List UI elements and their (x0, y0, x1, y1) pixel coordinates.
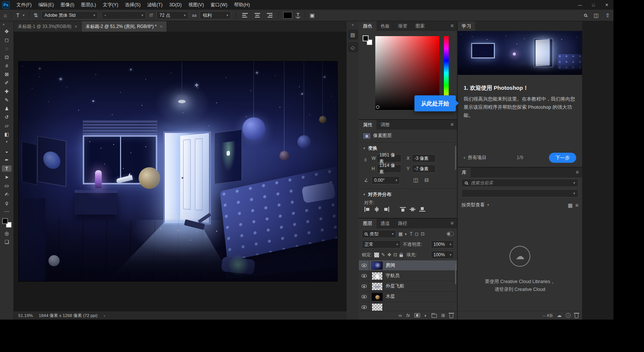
layer-thumbnail[interactable] (372, 261, 383, 270)
library-search-box[interactable]: ▾ (461, 179, 578, 187)
status-chevron-icon[interactable]: › (104, 313, 105, 318)
menu-3d[interactable]: 3D(D) (166, 0, 185, 10)
filter-pixel-icon[interactable]: ▦ (398, 231, 402, 237)
layer-row-astronaut[interactable]: 宇航员 (359, 271, 457, 281)
align-bottom-button[interactable] (418, 206, 427, 213)
menu-view[interactable]: 视图(V) (185, 0, 207, 10)
align-center-h-button[interactable] (372, 206, 381, 213)
crop-tool[interactable]: # (2, 63, 12, 69)
layer-name[interactable]: 宇航员 (386, 273, 400, 279)
visibility-cell[interactable] (359, 260, 369, 270)
chevron-down-icon[interactable]: ▾ (487, 203, 489, 207)
object-selection-tool[interactable]: ⊡ (2, 54, 12, 60)
document-tab-1[interactable]: 未标题-1 @ 33.3%(RGB/8) × (14, 21, 82, 32)
collapse-toolbar-icon[interactable]: » (0, 21, 13, 26)
visibility-cell[interactable] (359, 281, 369, 291)
menu-filter[interactable]: 滤镜(T) (144, 0, 166, 10)
close-tab-icon[interactable]: × (75, 24, 77, 29)
tab-channels[interactable]: 通道 (376, 219, 394, 228)
info-icon[interactable] (566, 313, 571, 318)
close-tab-icon[interactable]: × (160, 24, 162, 29)
x-field[interactable]: -3 像素 (412, 154, 436, 162)
layer-row-alien-ship[interactable]: 外星飞船 (359, 281, 457, 292)
expand-panels-icon[interactable]: « (347, 21, 359, 27)
lock-position-icon[interactable]: ✥ (387, 252, 391, 257)
eye-icon[interactable] (362, 274, 367, 278)
width-field[interactable]: 1851 像素 (377, 154, 401, 162)
tab-paths[interactable]: 路径 (394, 219, 411, 228)
color-fg-bg-swatches[interactable] (363, 35, 372, 45)
library-select[interactable]: ▾ (461, 189, 578, 197)
menu-file[interactable]: 文件(F) (13, 0, 35, 10)
chevron-down-icon[interactable]: ▾ (573, 181, 575, 185)
quick-mask-icon[interactable]: ◎ (2, 230, 12, 237)
foreground-color-swatch[interactable] (363, 35, 369, 41)
pen-tool[interactable]: ✒ (2, 157, 12, 163)
library-search-input[interactable] (471, 180, 570, 185)
view-by-label[interactable]: 按类型查看 (461, 202, 485, 208)
align-text-center-button[interactable] (253, 12, 262, 19)
clone-stamp-tool[interactable]: ♟ (2, 105, 12, 112)
link-dimensions-icon[interactable]: ∞ (363, 158, 369, 162)
canvas-image[interactable]: ✦ ✦ ✦ ✦ ✦ ✦ ✦ ✦ (19, 61, 337, 281)
zoom-tool[interactable]: ϙ (2, 200, 12, 206)
warp-text-icon[interactable]: T (296, 12, 300, 18)
sync-cloud-icon[interactable]: ☁ (557, 313, 562, 318)
y-field[interactable]: -7 像素 (412, 165, 436, 173)
text-color-swatch[interactable] (283, 12, 292, 19)
new-layer-icon[interactable]: ⊞ (441, 313, 445, 318)
font-size-select[interactable]: 72 点 ▾ (157, 11, 189, 19)
add-mask-icon[interactable] (414, 313, 420, 317)
align-center-v-button[interactable] (408, 206, 417, 213)
menu-edit[interactable]: 编辑(E) (35, 0, 57, 10)
filter-toggle[interactable] (446, 232, 454, 236)
font-style-select[interactable]: - ▾ (101, 11, 146, 19)
anti-alias-select[interactable]: 锐利 ▾ (200, 11, 231, 19)
layer-thumbnail[interactable] (372, 282, 383, 291)
text-orientation-icon[interactable]: ⇅ (34, 13, 38, 18)
healing-brush-tool[interactable]: ✚ (2, 88, 12, 95)
align-left-button[interactable] (363, 206, 372, 213)
menu-layer[interactable]: 图层(L) (78, 0, 99, 10)
panel-menu-icon[interactable]: ≡ (572, 168, 582, 177)
move-tool[interactable]: ✥ (2, 28, 12, 35)
lock-all-icon[interactable] (400, 254, 403, 257)
screen-mode-icon[interactable]: ❏ (2, 239, 12, 245)
link-layers-icon[interactable]: ∞ (399, 313, 402, 318)
zoom-level[interactable]: 51.19% (18, 313, 33, 318)
layer-row-room[interactable]: 房间 (359, 260, 457, 271)
align-text-right-button[interactable] (265, 12, 274, 19)
blur-tool[interactable]: ❜ (2, 140, 12, 146)
marquee-tool[interactable]: ◻ (2, 37, 12, 43)
layer-row-jupiter[interactable]: 木星 (359, 292, 457, 302)
home-icon[interactable]: ⌂ (4, 13, 7, 18)
layer-name[interactable]: 外星飞船 (386, 283, 404, 289)
tab-color[interactable]: 颜色 (359, 21, 376, 31)
eyedropper-tool[interactable]: ✐ (2, 80, 12, 86)
gradient-tool[interactable]: ◧ (2, 131, 12, 137)
flip-horizontal-icon[interactable]: ◫ (413, 177, 418, 183)
layer-thumbnail[interactable] (372, 293, 383, 301)
opacity-select[interactable]: 100% ▾ (431, 240, 454, 248)
type-tool[interactable]: T (2, 165, 12, 172)
list-view-icon[interactable]: ≡ (575, 202, 578, 208)
toggle-panels-icon[interactable]: ▣ (310, 13, 315, 18)
dodge-tool[interactable]: ◒ (2, 148, 12, 155)
all-items-link[interactable]: ‹ 所有项目 (464, 155, 486, 161)
tab-gradients[interactable]: 渐变 (394, 21, 411, 31)
visibility-cell[interactable] (359, 292, 369, 302)
scrollbar[interactable] (455, 146, 456, 170)
rectangle-tool[interactable]: ▭ (2, 183, 12, 189)
search-icon[interactable] (584, 14, 587, 17)
filter-shape-icon[interactable]: ◻ (415, 231, 419, 237)
tab-properties[interactable]: 属性 (359, 120, 376, 130)
panel-menu-icon[interactable]: ≡ (447, 219, 457, 228)
delete-layer-icon[interactable] (449, 314, 453, 318)
panel-menu-icon[interactable]: ≡ (447, 120, 457, 130)
tab-layers[interactable]: 图层 (359, 219, 376, 228)
delete-library-icon[interactable] (575, 314, 578, 318)
tab-learn[interactable]: 学习 (458, 21, 475, 31)
panel-menu-icon[interactable]: ≡ (447, 21, 457, 31)
tab-patterns[interactable]: 图案 (411, 21, 429, 31)
menu-help[interactable]: 帮助(H) (231, 0, 253, 10)
